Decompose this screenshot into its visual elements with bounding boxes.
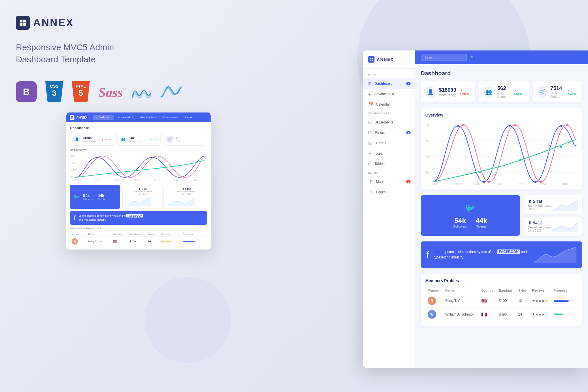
twitter-icon-large: 🐦 — [465, 203, 475, 213]
ui-elements-arrow: › — [410, 121, 411, 124]
charts-arrow: › — [410, 142, 411, 145]
svg-point-54 — [462, 124, 465, 126]
small-stats-row: 👤 $18090 Visits Today ▼ 5.26% 👥 562 New … — [70, 133, 207, 146]
small-col-country: Country — [111, 232, 128, 237]
large-download-value: ⬆ 5412 — [528, 220, 551, 226]
large-twitter-followers: 54k Followers — [453, 217, 467, 228]
maps-icon: 📍 — [368, 179, 373, 184]
small-chart-svg: 200 150 100 50 2009 2010 2011 2012 — [70, 153, 207, 182]
member-progress-2 — [551, 308, 578, 321]
svg-rect-2 — [20, 23, 23, 26]
sidebar-item-icons[interactable]: ✦ Icons › — [363, 148, 415, 159]
sass-icon: Sass — [98, 85, 123, 100]
col-country: Country — [479, 287, 497, 294]
sidebar-item-ui-label: UI Elements — [374, 120, 393, 124]
html5-shield: 5 HTML — [72, 81, 90, 102]
large-twitter-followers-label: Followers — [453, 225, 467, 228]
svg-text:50: 50 — [426, 171, 429, 174]
maps-badge: 2 — [406, 180, 411, 183]
small-member-row-1: R Ruby T. Curd 🇺🇸 $100 10 ★★★★☆ — [70, 237, 207, 246]
svg-text:2014: 2014 — [173, 179, 178, 181]
small-nav-dashboard[interactable]: Dashboard — [93, 115, 114, 120]
large-stat-users: 👥 562 New Users ▲ 8.68% — [479, 81, 529, 102]
small-stat-orders-value: 75… — [176, 136, 204, 140]
small-col-reviews: Reviews — [159, 232, 181, 237]
large-sidebar: ANNEX Main ⊞ Dashboard 7 ◈ Advanced UI ›… — [363, 50, 415, 368]
small-stat-orders: 🛒 75… New… — [163, 133, 207, 146]
sidebar-item-dashboard[interactable]: ⊞ Dashboard 7 — [363, 78, 415, 89]
small-member-name-1: Ruby T. Curd — [87, 237, 112, 246]
small-brand-icon — [70, 115, 74, 120]
dotnet-svg — [160, 84, 183, 100]
sidebar-item-pages[interactable]: 📄 Pages › — [363, 187, 415, 197]
svg-point-53 — [560, 125, 563, 127]
svg-rect-11 — [72, 116, 73, 117]
left-section: ANNEX Responsive MVC5 AdminDashboard Tem… — [16, 16, 183, 102]
large-stat-visits-change: ▼ 5.26% — [460, 89, 471, 95]
sidebar-item-forms[interactable]: ☐ Forms 6 — [363, 127, 415, 138]
svg-point-55 — [488, 181, 490, 183]
svg-text:CSS: CSS — [50, 84, 59, 89]
small-nav-pages[interactable]: Pages — [182, 115, 195, 120]
svg-text:2012: 2012 — [497, 183, 502, 185]
large-chart-svg: 200 150 100 50 — [425, 121, 578, 185]
col-progress: Progress — [551, 287, 578, 294]
large-sidebar-brand: ANNEX — [363, 56, 415, 69]
sidebar-item-tables[interactable]: ⊞ Tables › — [363, 159, 415, 169]
svg-rect-1 — [23, 20, 26, 22]
pages-icon: 📄 — [368, 190, 373, 194]
sidebar-item-tables-label: Tables — [374, 162, 385, 166]
facebook-icon-large: f — [426, 250, 429, 260]
search-input[interactable] — [421, 54, 467, 61]
large-download-card: ⬆ 5412 Download count June 2018 — [524, 217, 582, 236]
sidebar-item-calendar[interactable]: 📅 Calendar — [363, 99, 415, 110]
sidebar-item-advanced-label: Advanced UI — [374, 92, 394, 96]
large-stat-visits-label: Visits Today — [439, 93, 456, 97]
sidebar-item-pages-label: Pages — [376, 190, 386, 194]
small-stat-users-icon: 👥 — [119, 136, 127, 143]
col-sales: Sales — [516, 287, 529, 294]
large-overview-section: Overview 200 150 100 50 — [421, 108, 582, 190]
svg-text:5: 5 — [78, 89, 83, 97]
large-twitter-tweets-value: 44k — [475, 217, 487, 225]
pages-arrow: › — [410, 191, 411, 194]
large-fb-chart — [533, 246, 576, 263]
svg-point-58 — [566, 124, 568, 126]
sidebar-item-advanced-ui[interactable]: ◈ Advanced UI › — [363, 89, 415, 99]
small-stat-users: 👥 562 New Users ▲ 8.46% — [116, 133, 160, 146]
large-bandwidth-label: Bandwidth usage — [528, 204, 552, 207]
large-stat-orders-label: New Orders — [550, 91, 564, 98]
sidebar-section-main: Main — [363, 73, 415, 78]
large-twitter-card: 🐦 54k Followers 44k Tweets — [421, 195, 520, 236]
search-icon: 🔍 — [470, 55, 475, 60]
small-stat-visits-icon: 👤 — [73, 136, 80, 143]
small-nav-advanced[interactable]: Advanced UI — [115, 115, 136, 120]
tables-arrow: › — [410, 162, 411, 166]
small-stat-orders-icon: 🛒 — [166, 136, 174, 143]
large-members-section: Members Profiles Member Name Country Ear… — [421, 274, 582, 326]
forms-badge: 6 — [406, 131, 411, 134]
small-avatar-1: R — [72, 238, 78, 245]
sidebar-item-charts[interactable]: 📊 Charts › — [363, 138, 415, 148]
small-stat-users-value: 562 — [129, 136, 146, 140]
tables-icon: ⊞ — [368, 162, 372, 166]
icons-arrow: › — [410, 152, 411, 155]
small-facebook-card: f Lorem Ipsum is simply dummy text of th… — [70, 211, 207, 225]
large-page-title: Dashboard — [421, 70, 582, 77]
sidebar-item-maps[interactable]: 📍 Maps 2 — [363, 177, 415, 187]
advanced-ui-icon: ◈ — [368, 92, 371, 96]
small-nav-components[interactable]: Components — [160, 115, 181, 120]
svg-point-56 — [514, 124, 516, 126]
small-stat-visits-label: Visits Today — [83, 140, 99, 142]
small-stat-orders-label: New… — [176, 140, 204, 142]
sidebar-item-icons-label: Icons — [374, 151, 383, 155]
sidebar-section-extra: Extra — [363, 171, 415, 177]
sidebar-item-charts-label: Charts — [376, 141, 386, 145]
small-dashboard-brand: ANNEX — [70, 115, 87, 120]
svg-rect-32 — [372, 60, 373, 61]
small-twitter-card: 🐦 54k Followers 44k Tweets — [70, 185, 120, 209]
large-dashboard: ANNEX Main ⊞ Dashboard 7 ◈ Advanced UI ›… — [363, 50, 588, 368]
small-nav-ui[interactable]: User Interface — [137, 115, 159, 120]
small-member-country-1: 🇺🇸 — [111, 237, 128, 246]
sidebar-item-ui-elements[interactable]: ⬡ UI Elements › — [363, 117, 415, 127]
